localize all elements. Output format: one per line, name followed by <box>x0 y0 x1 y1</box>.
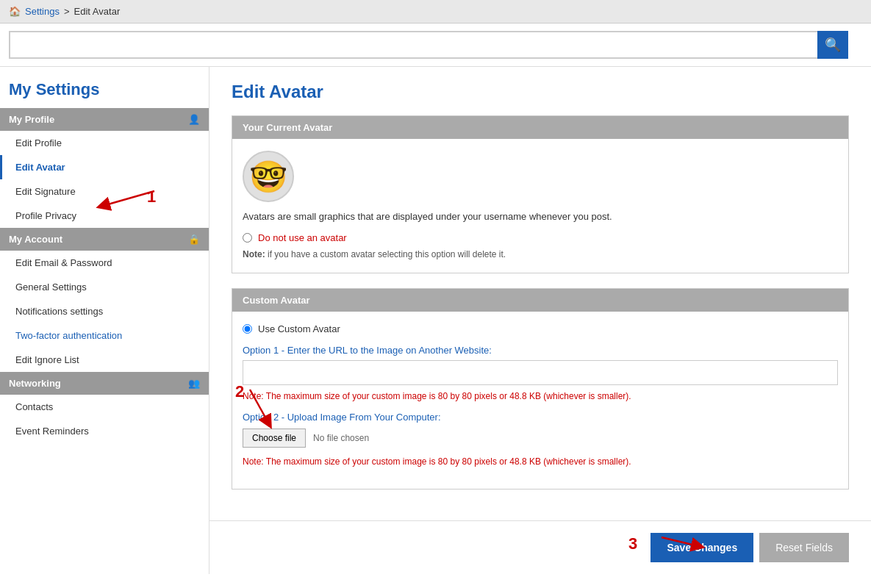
avatar-image: 🤓 <box>243 151 294 202</box>
sidebar: My Settings My Profile 👤 Edit Profile Ed… <box>0 67 209 574</box>
my-account-label: My Account <box>9 234 62 245</box>
breadcrumb-separator: > <box>64 6 70 17</box>
sidebar-item-edit-ignore-list[interactable]: Edit Ignore List <box>0 348 209 372</box>
use-custom-label[interactable]: Use Custom Avatar <box>258 323 340 334</box>
breadcrumb-settings[interactable]: Settings <box>25 6 60 17</box>
no-avatar-label[interactable]: Do not use an avatar <box>258 232 347 243</box>
home-icon: 🏠 <box>9 6 21 17</box>
arrow-3 <box>617 530 706 559</box>
note-text-content: if you have a custom avatar selecting th… <box>268 249 506 259</box>
sidebar-item-contacts[interactable]: Contacts <box>0 395 209 419</box>
my-profile-label: My Profile <box>9 114 54 125</box>
sidebar-item-general-settings[interactable]: General Settings <box>0 275 209 299</box>
no-avatar-note: Note: if you have a custom avatar select… <box>243 249 838 259</box>
svg-line-1 <box>662 537 698 546</box>
custom-avatar-body: Use Custom Avatar Option 1 - Enter the U… <box>232 312 848 489</box>
person-icon: 👤 <box>188 114 200 125</box>
sidebar-item-edit-email-password[interactable]: Edit Email & Password <box>0 251 209 275</box>
content-area: Edit Avatar Your Current Avatar 🤓 Avatar… <box>209 67 871 520</box>
sidebar-title: My Settings <box>0 67 209 108</box>
option2-label: Option 2 - Upload Image From Your Comput… <box>243 412 838 423</box>
custom-avatar-section: Custom Avatar Use Custom Avatar Option 1… <box>232 288 849 490</box>
sidebar-item-edit-signature[interactable]: Edit Signature <box>0 179 209 204</box>
current-avatar-header: Your Current Avatar <box>232 116 848 139</box>
use-custom-row: Use Custom Avatar <box>243 323 838 334</box>
option1-label: Option 1 - Enter the URL to the Image on… <box>243 345 838 356</box>
search-icon: 🔍 <box>825 37 841 53</box>
avatar-face: 🤓 <box>249 159 287 195</box>
sidebar-item-profile-privacy[interactable]: Profile Privacy <box>0 204 209 228</box>
option2-note: Note: The maximum size of your custom im… <box>243 456 838 467</box>
current-avatar-body: 🤓 Avatars are small graphics that are di… <box>232 139 848 273</box>
no-avatar-radio[interactable] <box>243 233 252 243</box>
search-bar: 🔍 <box>0 24 871 67</box>
sidebar-section-my-account: My Account 🔒 <box>0 228 209 251</box>
networking-label: Networking <box>9 378 61 389</box>
main-layout: My Settings My Profile 👤 Edit Profile Ed… <box>0 67 871 574</box>
sidebar-item-two-factor[interactable]: Two-factor authentication <box>0 323 209 348</box>
use-custom-radio[interactable] <box>243 324 252 334</box>
sidebar-item-notifications-settings[interactable]: Notifications settings <box>0 299 209 323</box>
sidebar-item-event-reminders[interactable]: Event Reminders <box>0 419 209 443</box>
page-title: Edit Avatar <box>232 82 849 102</box>
note-label: Note: <box>243 249 265 259</box>
lock-icon: 🔒 <box>188 234 200 245</box>
bottom-bar: 3 Save Changes Reset Fields <box>209 520 871 574</box>
sidebar-item-edit-avatar[interactable]: Edit Avatar <box>0 155 209 179</box>
no-avatar-radio-row: Do not use an avatar <box>243 232 838 243</box>
sidebar-section-networking: Networking 👥 <box>0 372 209 395</box>
top-bar: 🏠 Settings > Edit Avatar <box>0 0 871 24</box>
search-input[interactable] <box>9 31 817 59</box>
sidebar-item-edit-profile[interactable]: Edit Profile <box>0 131 209 155</box>
networking-icon: 👥 <box>188 378 200 389</box>
choose-file-button[interactable]: Choose file <box>243 429 306 448</box>
sidebar-section-my-profile: My Profile 👤 <box>0 108 209 131</box>
upload-row: Choose file No file chosen <box>243 429 838 448</box>
current-avatar-section: Your Current Avatar 🤓 Avatars are small … <box>232 115 849 273</box>
url-input[interactable] <box>243 360 838 385</box>
custom-avatar-header: Custom Avatar <box>232 289 848 312</box>
search-button[interactable]: 🔍 <box>817 31 848 59</box>
no-file-text: No file chosen <box>313 433 369 443</box>
avatar-description: Avatars are small graphics that are disp… <box>243 211 838 222</box>
reset-fields-button[interactable]: Reset Fields <box>759 533 849 562</box>
breadcrumb-current: Edit Avatar <box>74 6 121 17</box>
option1-note: Note: The maximum size of your custom im… <box>243 391 838 401</box>
